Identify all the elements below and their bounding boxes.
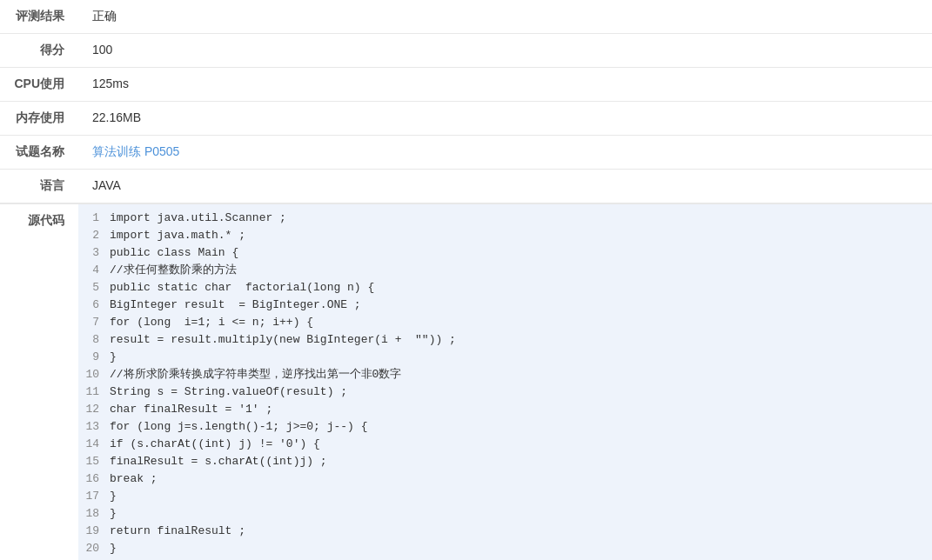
code-line: 20} — [78, 540, 932, 557]
cpu-row: CPU使用 125ms — [0, 68, 932, 102]
line-code: for (long i=1; i <= n; i++) { — [106, 314, 313, 331]
code-line: 19return finalResult ; — [78, 523, 932, 540]
problem-value: 算法训练 P0505 — [78, 136, 932, 170]
eval-value: 正确 — [78, 0, 932, 34]
line-code: if (s.charAt((int) j) != '0') { — [106, 436, 320, 453]
mem-label: 内存使用 — [0, 102, 78, 136]
code-line: 1import java.util.Scanner ; — [78, 210, 932, 227]
code-line: 6BigInteger result = BigInteger.ONE ; — [78, 297, 932, 314]
line-code: public static char factorial(long n) { — [106, 279, 374, 297]
problem-label: 试题名称 — [0, 136, 78, 170]
code-line: 16break ; — [78, 470, 932, 488]
line-number: 12 — [78, 401, 106, 418]
line-number: 11 — [78, 383, 106, 401]
line-code: public class Main { — [106, 244, 238, 262]
info-table: 评测结果 正确 得分 100 CPU使用 125ms 内存使用 22.16MB … — [0, 0, 932, 203]
lang-value: JAVA — [78, 170, 932, 203]
line-code: BigInteger result = BigInteger.ONE ; — [106, 297, 361, 314]
line-number: 3 — [78, 244, 106, 262]
line-number: 6 — [78, 297, 106, 314]
line-code: import java.math.* ; — [106, 227, 245, 244]
line-number: 16 — [78, 470, 106, 488]
code-line: 15finalResult = s.charAt((int)j) ; — [78, 453, 932, 470]
line-number: 7 — [78, 314, 106, 331]
line-number: 2 — [78, 227, 106, 244]
code-label: 源代码 — [0, 204, 78, 560]
problem-link[interactable]: 算法训练 P0505 — [92, 144, 179, 158]
eval-label: 评测结果 — [0, 0, 78, 34]
line-code: char finalResult = '1' ; — [106, 401, 272, 418]
code-line: 3public class Main { — [78, 244, 932, 262]
line-code: return finalResult ; — [106, 523, 245, 540]
code-line: 8result = result.multiply(new BigInteger… — [78, 331, 932, 349]
cpu-label: CPU使用 — [0, 68, 78, 102]
line-number: 8 — [78, 331, 106, 349]
line-number: 9 — [78, 349, 106, 366]
line-number: 20 — [78, 540, 106, 557]
line-code: break ; — [106, 470, 158, 488]
line-code: } — [106, 488, 117, 505]
problem-row: 试题名称 算法训练 P0505 — [0, 136, 932, 170]
line-code: } — [106, 505, 117, 523]
code-line: 10//将所求阶乘转换成字符串类型，逆序找出第一个非0数字 — [78, 366, 932, 383]
lang-row: 语言 JAVA — [0, 170, 932, 203]
code-container: 1import java.util.Scanner ;2import java.… — [78, 204, 932, 560]
code-line: 13for (long j=s.length()-1; j>=0; j--) { — [78, 418, 932, 436]
score-row: 得分 100 — [0, 34, 932, 68]
code-line: 12char finalResult = '1' ; — [78, 401, 932, 418]
code-line: 4//求任何整数阶乘的方法 — [78, 262, 932, 279]
line-number: 5 — [78, 279, 106, 297]
line-number: 17 — [78, 488, 106, 505]
line-code: String s = String.valueOf(result) ; — [106, 383, 347, 401]
line-code: } — [106, 349, 117, 366]
line-number: 18 — [78, 505, 106, 523]
score-value: 100 — [78, 34, 932, 68]
eval-row: 评测结果 正确 — [0, 0, 932, 34]
code-line: 11String s = String.valueOf(result) ; — [78, 383, 932, 401]
line-number: 19 — [78, 523, 106, 540]
line-code: result = result.multiply(new BigInteger(… — [106, 331, 456, 349]
code-section: 源代码 1import java.util.Scanner ;2import j… — [0, 203, 932, 560]
line-number: 10 — [78, 366, 106, 383]
code-line: 14if (s.charAt((int) j) != '0') { — [78, 436, 932, 453]
line-code: } — [106, 540, 117, 557]
score-label: 得分 — [0, 34, 78, 68]
mem-row: 内存使用 22.16MB — [0, 102, 932, 136]
mem-value: 22.16MB — [78, 102, 932, 136]
line-number: 14 — [78, 436, 106, 453]
line-code: finalResult = s.charAt((int)j) ; — [106, 453, 327, 470]
cpu-value: 125ms — [78, 68, 932, 102]
lang-label: 语言 — [0, 170, 78, 203]
code-line: 9} — [78, 349, 932, 366]
line-code: //将所求阶乘转换成字符串类型，逆序找出第一个非0数字 — [106, 366, 401, 383]
line-number: 4 — [78, 262, 106, 279]
code-line: 7for (long i=1; i <= n; i++) { — [78, 314, 932, 331]
code-line: 18} — [78, 505, 932, 523]
line-number: 15 — [78, 453, 106, 470]
line-number: 1 — [78, 210, 106, 227]
code-line: 17} — [78, 488, 932, 505]
line-code: for (long j=s.length()-1; j>=0; j--) { — [106, 418, 367, 436]
line-code: //求任何整数阶乘的方法 — [106, 262, 237, 279]
code-line: 5public static char factorial(long n) { — [78, 279, 932, 297]
line-number: 13 — [78, 418, 106, 436]
line-code: import java.util.Scanner ; — [106, 210, 286, 227]
code-line: 2import java.math.* ; — [78, 227, 932, 244]
